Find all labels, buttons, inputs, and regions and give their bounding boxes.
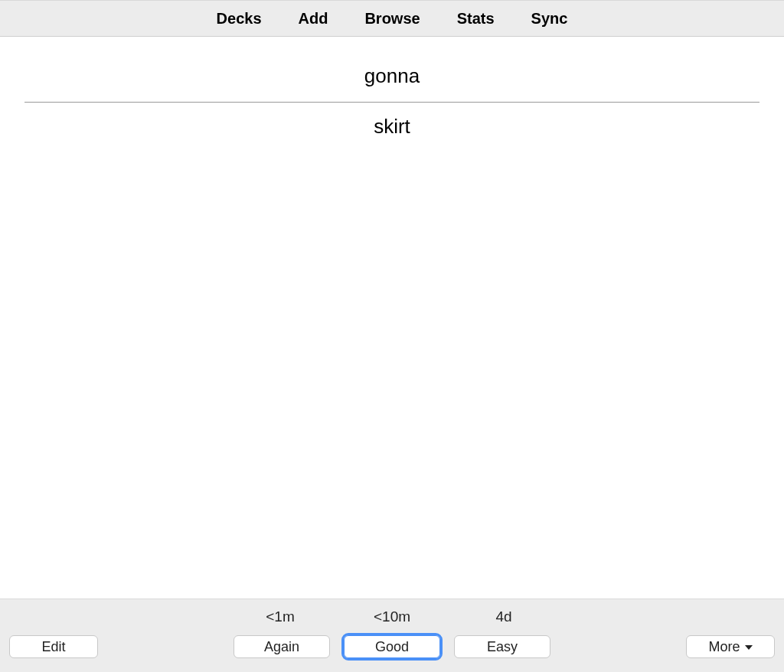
interval-again: <1m [224, 608, 336, 625]
chevron-down-icon [745, 645, 753, 650]
interval-good: <10m [336, 608, 448, 625]
main-toolbar: Decks Add Browse Stats Sync [0, 0, 784, 37]
more-button[interactable]: More [686, 635, 775, 658]
toolbar-stats[interactable]: Stats [457, 10, 495, 28]
bottom-bar: <1m <10m 4d Edit Again Good Easy More [0, 599, 784, 672]
toolbar-add[interactable]: Add [299, 10, 328, 28]
more-button-label: More [708, 639, 740, 655]
good-button[interactable]: Good [344, 635, 440, 658]
toolbar-browse[interactable]: Browse [364, 10, 420, 28]
toolbar-decks[interactable]: Decks [217, 10, 262, 28]
interval-row: <1m <10m 4d [0, 608, 784, 625]
card-front-text: gonna [24, 64, 760, 102]
toolbar-sync[interactable]: Sync [531, 10, 568, 28]
easy-button[interactable]: Easy [454, 635, 550, 658]
answer-button-row: Again Good Easy [0, 635, 784, 658]
again-button[interactable]: Again [234, 635, 330, 658]
card-back-text: skirt [24, 103, 760, 139]
card-review-area: gonna skirt [0, 37, 784, 599]
interval-easy: 4d [448, 608, 560, 625]
